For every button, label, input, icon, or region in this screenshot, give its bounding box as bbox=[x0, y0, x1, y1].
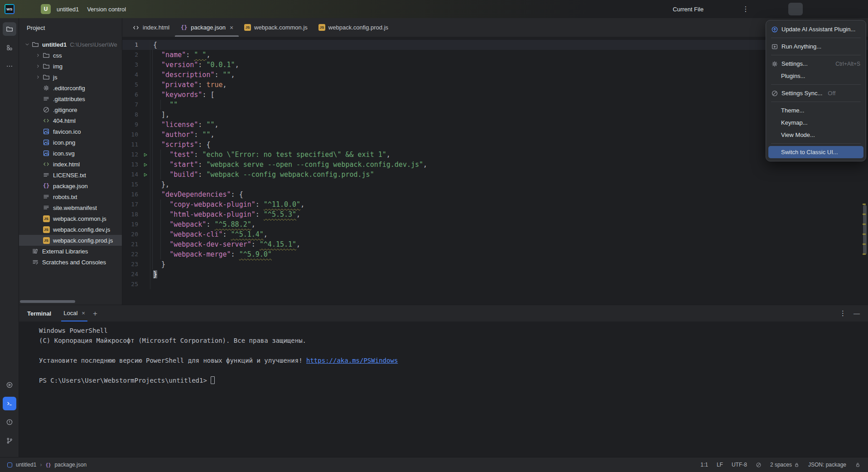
menu-item-label: Run Anything... bbox=[781, 43, 821, 50]
line-number: 2 bbox=[122, 50, 140, 60]
settings-menu-button[interactable] bbox=[788, 3, 803, 15]
tool-button-folder[interactable] bbox=[3, 22, 16, 36]
run-line-icon[interactable] bbox=[142, 172, 148, 178]
close-button[interactable] bbox=[848, 0, 868, 18]
line-number: 17 bbox=[122, 200, 140, 209]
editor-tab-webpack-config-prod-js[interactable]: JSwebpack.config.prod.js bbox=[313, 18, 394, 37]
vcs-widget[interactable]: Version control bbox=[87, 6, 128, 13]
restore-button[interactable] bbox=[828, 0, 848, 18]
tree-item-404-html[interactable]: 404.html bbox=[19, 115, 122, 126]
close-icon[interactable]: × bbox=[82, 310, 85, 316]
ignore-icon bbox=[43, 106, 50, 113]
horizontal-scrollbar[interactable] bbox=[20, 300, 75, 303]
hide-terminal-button[interactable]: — bbox=[854, 310, 860, 317]
tree-item-site-webmanifest[interactable]: site.webmanifest bbox=[19, 202, 122, 213]
status-widget-1-1[interactable]: 1:1 bbox=[700, 462, 708, 468]
minimize-button[interactable] bbox=[808, 0, 828, 18]
debug-button[interactable] bbox=[724, 3, 738, 15]
tool-button-structure[interactable] bbox=[3, 41, 16, 54]
editor-tab-index-html[interactable]: index.html bbox=[127, 18, 175, 37]
menu-item-keymap[interactable]: Keymap... bbox=[766, 117, 866, 129]
run-configuration-selector[interactable]: Current File bbox=[673, 6, 706, 13]
run-line-icon[interactable] bbox=[142, 152, 148, 158]
editor-tab-webpack-common-js[interactable]: JSwebpack.common.js bbox=[239, 18, 313, 37]
status-widget-json-package[interactable]: JSON: package bbox=[808, 462, 846, 468]
search-everywhere-button[interactable] bbox=[774, 3, 788, 15]
tree-item-gitattributes[interactable]: .gitattributes bbox=[19, 93, 122, 104]
gutter bbox=[140, 140, 150, 150]
tree-item-index-html[interactable]: index.html bbox=[19, 159, 122, 170]
tool-button-branch[interactable] bbox=[3, 434, 16, 448]
terminal-tab-label: Local bbox=[63, 310, 77, 316]
tree-item-untitled1[interactable]: untitled1C:\Users\User\We bbox=[19, 39, 122, 50]
main-menu-button[interactable] bbox=[20, 3, 35, 15]
chevron-right-icon[interactable] bbox=[34, 74, 43, 80]
editor[interactable]: 1{2 "name": " ",3 "version": "0.0.1",4 "… bbox=[122, 37, 868, 305]
close-icon[interactable]: × bbox=[230, 24, 233, 31]
tree-item-icon-svg[interactable]: icon.svg bbox=[19, 148, 122, 159]
project-panel-header[interactable]: Project bbox=[19, 18, 122, 37]
tree-item-icon-png[interactable]: icon.png bbox=[19, 137, 122, 148]
chevron-right-icon[interactable] bbox=[34, 53, 43, 58]
tree-item-webpack-config-prod-js[interactable]: JSwebpack.config.prod.js bbox=[19, 235, 122, 246]
text-icon bbox=[43, 171, 50, 179]
tree-item-img[interactable]: img bbox=[19, 61, 122, 72]
tree-item-favicon-ico[interactable]: favicon.ico bbox=[19, 126, 122, 137]
breadcrumb-file[interactable]: package.json bbox=[54, 462, 87, 468]
tool-button-terminal[interactable] bbox=[3, 397, 16, 410]
menu-item-plugins[interactable]: Plugins... bbox=[766, 70, 866, 82]
code-line: 13 "start": "webpack serve --open --conf… bbox=[122, 160, 868, 170]
menu-item-settings-sync[interactable]: Settings Sync...Off bbox=[766, 87, 866, 99]
tree-item-scratches-and-consoles[interactable]: Scratches and Consoles bbox=[19, 257, 122, 268]
tree-item-external-libraries[interactable]: External Libraries bbox=[19, 246, 122, 257]
status-widgets: 1:1LFUTF-82 spacesJSON: package bbox=[700, 462, 861, 468]
code-text: "private": true, bbox=[150, 80, 227, 90]
tree-item-license-txt[interactable]: LICENSE.txt bbox=[19, 170, 122, 180]
menu-item-state: Off bbox=[828, 90, 835, 97]
more-actions-button[interactable]: ⋮ bbox=[738, 3, 753, 15]
terminal-tab-local[interactable]: Local × bbox=[61, 305, 87, 321]
tree-item-robots-txt[interactable]: robots.txt bbox=[19, 191, 122, 202]
menu-item-run-anything[interactable]: Run Anything... bbox=[766, 40, 866, 53]
project-switcher[interactable]: untitled1 bbox=[57, 6, 81, 13]
library-icon bbox=[32, 248, 39, 255]
status-widget-utf-8[interactable]: UTF-8 bbox=[732, 462, 747, 468]
tree-item-js[interactable]: js bbox=[19, 72, 122, 83]
status-widget-unlock[interactable] bbox=[855, 462, 861, 468]
tool-button-run-circle[interactable] bbox=[3, 378, 16, 392]
run-button[interactable] bbox=[709, 3, 724, 15]
menu-item-theme[interactable]: Theme... bbox=[766, 104, 866, 117]
menu-item-update-ai-assistant-plugin[interactable]: Update AI Assistant Plugin... bbox=[766, 23, 866, 35]
code-text: } bbox=[150, 269, 157, 279]
tree-item-gitignore[interactable]: .gitignore bbox=[19, 104, 122, 115]
json-icon: {} bbox=[43, 183, 50, 189]
folder-icon bbox=[43, 63, 50, 70]
chevron-down-icon[interactable] bbox=[23, 42, 32, 47]
menu-item-settings[interactable]: Settings...Ctrl+Alt+S bbox=[766, 58, 866, 70]
scrollbar-thumb[interactable] bbox=[863, 205, 867, 255]
terminal-link[interactable]: https://aka.ms/PSWindows bbox=[306, 357, 398, 364]
breadcrumb-project[interactable]: untitled1 bbox=[16, 462, 36, 468]
status-widget-2-spaces[interactable]: 2 spaces bbox=[770, 462, 800, 468]
code-with-me-button[interactable] bbox=[759, 3, 774, 15]
tool-button-more[interactable] bbox=[3, 59, 16, 73]
tree-item-editorconfig[interactable]: .editorconfig bbox=[19, 83, 122, 93]
tree-item-package-json[interactable]: {}package.json bbox=[19, 180, 122, 191]
menu-item-view-mode[interactable]: View Mode... bbox=[766, 129, 866, 141]
tree-item-webpack-config-dev-js[interactable]: JSwebpack.config.dev.js bbox=[19, 224, 122, 235]
breadcrumb-separator: › bbox=[40, 462, 42, 468]
run-line-icon[interactable] bbox=[142, 162, 148, 168]
gutter bbox=[140, 249, 150, 259]
new-terminal-button[interactable]: + bbox=[93, 310, 97, 317]
tree-item-webpack-common-js[interactable]: JSwebpack.common.js bbox=[19, 213, 122, 224]
menu-item-switch-to-classic-ui[interactable]: Switch to Classic UI... bbox=[768, 146, 863, 158]
chevron-right-icon[interactable] bbox=[34, 63, 43, 69]
editor-tab-package-json[interactable]: {}package.json× bbox=[175, 18, 239, 37]
code-line: 24} bbox=[122, 269, 868, 279]
terminal-options-button[interactable]: ⋮ bbox=[839, 309, 846, 317]
status-widget-highlight-off[interactable] bbox=[756, 462, 762, 468]
terminal-output[interactable]: Windows PowerShell(C) Корпорация Майкрос… bbox=[19, 321, 868, 457]
status-widget-lf[interactable]: LF bbox=[717, 462, 723, 468]
tool-button-problems[interactable] bbox=[3, 415, 16, 429]
tree-item-css[interactable]: css bbox=[19, 50, 122, 61]
